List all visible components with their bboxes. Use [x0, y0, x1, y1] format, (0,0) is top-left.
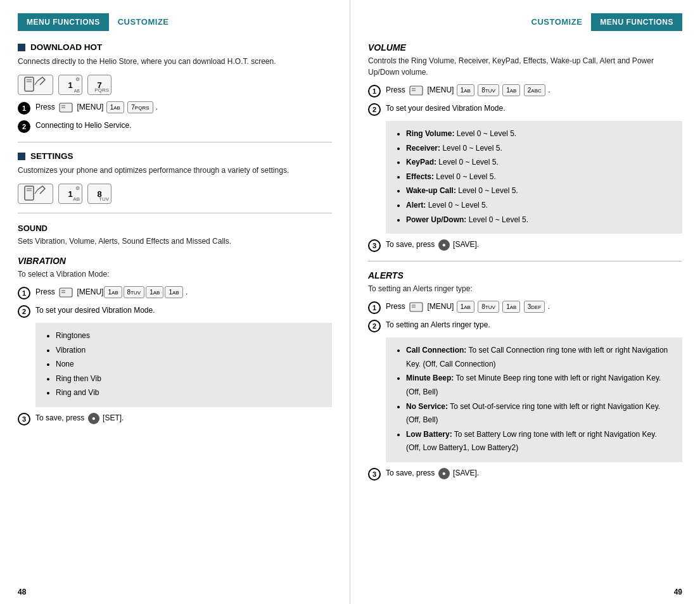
volume-title: VOLUME [368, 42, 682, 53]
bullet-ring-and-vib: Ring and Vib [56, 386, 322, 400]
settings-phone-key [18, 184, 53, 204]
save-icon-alerts: ● [438, 468, 450, 479]
bullet-none: None [56, 358, 322, 372]
volume-desc: Controls the Ring Volume, Receiver, KeyP… [368, 55, 682, 78]
settings-key-diagram: 1 AB ⚙ 8 TUV [18, 184, 332, 204]
download-hot-step2: 2 Connecting to Helio Service. [18, 120, 332, 133]
alerts-step2-circle: 2 [368, 320, 381, 332]
step2-content: Connecting to Helio Service. [35, 120, 332, 131]
step1-circle: 1 [18, 102, 30, 115]
vibration-step1: 1 Press [MENU]1AB8TUV1AB1AB . [18, 286, 332, 299]
download-hot-key-diagram: 1 AB ⚙ 7 PQRS [18, 75, 332, 95]
volume-bullets: Ring Volume: Level 0 ~ Level 5. Receiver… [386, 121, 682, 234]
alerts-step2: 2 To setting an Alerts ringer type. [368, 319, 682, 332]
page-number-right: 49 [674, 588, 682, 596]
svg-rect-0 [25, 77, 34, 91]
settings-desc: Customizes your phone and optimizes perf… [18, 165, 332, 176]
vibration-step3-content: To save, press ● [SET]. [35, 412, 332, 424]
vibration-step1-content: Press [MENU]1AB8TUV1AB1AB . [35, 286, 332, 298]
right-header: CUSTOMIZE MENU FUNCTIONS [368, 13, 682, 31]
alerts-step1-content: Press [MENU] 1AB 8TUV 1AB 3DEF . [386, 301, 682, 313]
download-hot-desc: Connects directly to the Helio Store, wh… [18, 56, 332, 67]
bullet-effects: Effects: Level 0 ~ Level 5. [406, 170, 672, 184]
vibration-step2: 2 To set your desired Vibration Mode. [18, 305, 332, 318]
bullet-vibration: Vibration [56, 344, 322, 358]
divider-right [368, 261, 682, 261]
menu-functions-tab-left: MENU FUNCTIONS [18, 13, 109, 31]
svg-line-10 [35, 190, 37, 194]
volume-step2: 2 To set your desired Vibration Mode. [368, 103, 682, 116]
menu-key-7: 7PQRS [127, 101, 153, 113]
volume-step3-content: To save, press ● [SAVE]. [386, 239, 682, 251]
square-icon [18, 44, 25, 51]
vibration-title: VIBRATION [18, 256, 332, 266]
bullet-receiver: Receiver: Level 0 ~ Level 5. [406, 142, 672, 156]
sound-desc: Sets Vibration, Volume, Alerts, Sound Ef… [18, 236, 332, 247]
volume-step3: 3 To save, press ● [SAVE]. [368, 239, 682, 252]
volume-step1: 1 Press [MENU] 1AB 8TUV 1AB 2ABC . [368, 84, 682, 98]
volume-step1-circle: 1 [368, 85, 381, 98]
alerts-step3: 3 To save, press ● [SAVE]. [368, 467, 682, 481]
left-page: MENU FUNCTIONS CUSTOMIZE DOWNLOAD HOT Co… [0, 0, 350, 604]
bullet-no-service: No Service: To set Out-of-service ring t… [406, 400, 672, 427]
bullet-minute-beep: Minute Beep: To set Minute Beep ring ton… [406, 372, 672, 399]
settings-key-8: 8 TUV [87, 184, 111, 204]
alerts-step1-circle: 1 [368, 301, 381, 314]
bullet-wakeup-call: Wake-up Call: Level 0 ~ Level 5. [406, 184, 672, 198]
bullet-keypad: KeyPad: Level 0 ~ Level 5. [406, 156, 672, 170]
bullet-call-connection: Call Connection: To set Call Connection … [406, 344, 672, 371]
customize-tab-left: CUSTOMIZE [109, 13, 178, 31]
alerts-bullets: Call Connection: To set Call Connection … [386, 337, 682, 462]
sound-title: SOUND [18, 223, 332, 233]
svg-rect-7 [25, 186, 34, 200]
vibration-desc: To select a Vibration Mode: [18, 268, 332, 280]
volume-step1-content: Press [MENU] 1AB 8TUV 1AB 2ABC . [386, 84, 682, 96]
alerts-step3-circle: 3 [368, 468, 381, 481]
right-page: CUSTOMIZE MENU FUNCTIONS VOLUME Controls… [350, 0, 700, 604]
divider-1 [18, 142, 332, 142]
customize-tab-right: CUSTOMIZE [523, 13, 592, 31]
left-header: MENU FUNCTIONS CUSTOMIZE [18, 13, 332, 31]
alerts-title: ALERTS [368, 270, 682, 280]
divider-2 [18, 213, 332, 213]
save-icon-left: ● [88, 413, 99, 424]
alerts-step3-content: To save, press ● [SAVE]. [386, 467, 682, 479]
alerts-step1: 1 Press [MENU] 1AB 8TUV 1AB 3DEF . [368, 301, 682, 314]
settings-key-1: 1 AB ⚙ [58, 184, 82, 204]
vibration-bullets: Ringtones Vibration None Ring then Vib R… [35, 323, 332, 407]
volume-step2-content: To set your desired Vibration Mode. [386, 103, 682, 114]
vibration-step2-content: To set your desired Vibration Mode. [35, 305, 332, 316]
menu-key-1: 1AB [106, 101, 124, 113]
svg-line-3 [35, 81, 37, 85]
menu-functions-tab-right: MENU FUNCTIONS [591, 13, 682, 31]
download-hot-step1: 1 Press [MENU] 1AB 7PQRS . [18, 101, 332, 115]
vibration-step3: 3 To save, press ● [SET]. [18, 412, 332, 425]
step1-content: Press [MENU] 1AB 7PQRS . [35, 101, 332, 113]
bullet-power-updown: Power Up/Down: Level 0 ~ Level 5. [406, 213, 672, 227]
download-hot-title: DOWNLOAD HOT [18, 42, 332, 52]
vibration-step3-circle: 3 [18, 413, 30, 425]
settings-title: SETTINGS [18, 151, 332, 161]
alerts-desc: To setting an Alerts ringer type: [368, 283, 682, 294]
bullet-alert: Alert: Level 0 ~ Level 5. [406, 199, 672, 213]
save-icon-volume: ● [438, 239, 450, 251]
key-1-ab: 1 AB ⚙ [58, 75, 82, 95]
bullet-ringtones: Ringtones [56, 329, 322, 343]
volume-step3-circle: 3 [368, 239, 381, 252]
vibration-step1-circle: 1 [18, 287, 30, 299]
alerts-step2-content: To setting an Alerts ringer type. [386, 319, 682, 330]
phone-key-1 [18, 75, 53, 95]
vibration-step2-circle: 2 [18, 305, 30, 318]
key-7-pqrs: 7 PQRS [87, 75, 111, 95]
bullet-ring-volume: Ring Volume: Level 0 ~ Level 5. [406, 127, 672, 141]
bullet-ring-vib: Ring then Vib [56, 372, 322, 386]
page-number-left: 48 [18, 588, 26, 596]
step2-circle: 2 [18, 120, 30, 133]
bullet-low-battery: Low Battery: To set Battery Low ring ton… [406, 428, 672, 455]
alerts-section: ALERTS To setting an Alerts ringer type:… [368, 270, 682, 481]
settings-square-icon [18, 153, 25, 160]
volume-step2-circle: 2 [368, 103, 381, 116]
